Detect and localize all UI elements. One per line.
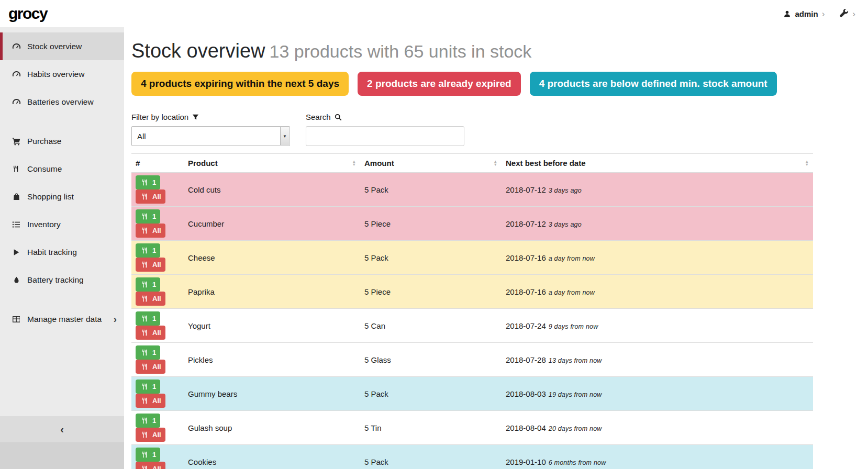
sidebar-item-label: Stock overview [27,42,82,51]
consume-one-button[interactable]: 1 [136,379,160,394]
sidebar-item-battery-tracking[interactable]: Battery tracking [0,266,124,294]
utensils-icon [140,451,150,458]
table-controls: Filter by location All ▼ Search [131,113,813,146]
chevron-right-icon: › [822,9,825,18]
product-name: Yogurt [184,309,360,343]
row-actions: 1All [131,309,184,343]
utensils-icon [140,431,150,438]
due-relative-text: 19 days from now [549,391,602,398]
sidebar-item-stock-overview[interactable]: Stock overview [0,32,124,60]
consume-all-button[interactable]: All [136,189,165,204]
utensils-icon [140,193,150,200]
best-before-date: 2018-08-0319 days from now [502,377,813,411]
date-value: 2018-08-03 [506,389,546,398]
utensils-icon [140,417,150,424]
utensils-icon [140,383,150,390]
date-value: 2018-07-16 [506,287,546,296]
consume-all-button[interactable]: All [136,326,165,340]
button-label: 1 [152,178,156,186]
location-select[interactable]: All ▼ [131,126,290,146]
date-value: 2018-08-04 [506,423,546,432]
sidebar-collapse-button[interactable]: ‹ [0,416,124,442]
consume-one-button[interactable]: 1 [136,414,160,428]
consume-all-button[interactable]: All [136,394,165,408]
product-name: Cucumber [184,207,360,241]
utensils-icon [140,349,150,356]
table-row: 1AllPaprika5 Piece2018-07-16a day from n… [131,275,813,309]
search-block: Search [306,113,464,146]
amount: 5 Pack [360,377,502,411]
play-icon [11,249,21,256]
consume-all-button[interactable]: All [136,428,165,442]
sidebar-item-habits-overview[interactable]: Habits overview [0,60,124,88]
table-header-row: #Product▲▼Amount▲▼Next best before date▲… [131,154,813,173]
settings-menu[interactable]: › [839,9,855,18]
table-row: 1AllCookies5 Pack2019-01-106 months from… [131,445,813,469]
filter-label: Filter by location [131,113,290,121]
row-actions: 1All [131,207,184,241]
sort-icon[interactable]: ▲▼ [494,160,497,166]
button-label: 1 [152,247,156,254]
column-header-next-best-before-date[interactable]: Next best before date▲▼ [502,154,813,173]
sidebar-item-manage-master-data[interactable]: Manage master data› [0,305,124,333]
due-relative-text: a day from now [549,255,595,262]
sidebar-item-batteries-overview[interactable]: Batteries overview [0,88,124,116]
dropdown-arrow-icon: ▼ [280,127,289,145]
page-subtitle: 13 products with 65 units in stock [270,41,532,61]
sidebar-item-shopping-list[interactable]: Shopping list [0,183,124,210]
sidebar-item-habit-tracking[interactable]: Habit tracking [0,238,124,266]
best-before-date: 2018-07-16a day from now [502,275,813,309]
status-badge-danger[interactable]: 2 products are already expired [358,72,521,96]
row-actions: 1All [131,343,184,377]
utensils-icon [140,465,150,469]
consume-all-button[interactable]: All [136,224,165,238]
consume-one-button[interactable]: 1 [136,209,160,224]
best-before-date: 2018-07-123 days ago [502,207,813,241]
column-header-amount[interactable]: Amount▲▼ [360,154,502,173]
amount: 5 Pack [360,173,502,207]
user-menu[interactable]: admin › [783,9,825,18]
date-value: 2018-07-24 [506,321,546,330]
consume-all-button[interactable]: All [136,462,165,469]
button-label: 1 [152,383,156,390]
best-before-date: 2018-07-123 days ago [502,173,813,207]
sidebar: Stock overviewHabits overviewBatteries o… [0,27,124,469]
due-relative-text: 13 days from now [549,357,602,364]
consume-all-button[interactable]: All [136,360,165,374]
sort-icon[interactable]: ▲▼ [352,160,356,166]
sort-icon[interactable]: ▲▼ [805,160,809,166]
consume-one-button[interactable]: 1 [136,277,160,292]
table-row: 1AllPickles5 Glass2018-07-2813 days from… [131,343,813,377]
column-label: Product [188,159,218,168]
consume-all-button[interactable]: All [136,258,165,272]
table-row: 1AllCold cuts5 Pack2018-07-123 days ago [131,173,813,207]
collapse-chevron-icon: ‹ [60,423,64,435]
chevron-right-icon: › [114,314,117,325]
sidebar-item-purchase[interactable]: Purchase [0,127,124,155]
gauge-icon [11,42,21,51]
status-badge-info[interactable]: 4 products are below defined min. stock … [530,72,777,96]
consume-one-button[interactable]: 1 [136,345,160,360]
sidebar-item-inventory[interactable]: Inventory [0,210,124,238]
utensils-icon [140,329,150,336]
product-name: Gulash soup [184,411,360,445]
product-name: Cookies [184,445,360,469]
button-label: All [152,261,161,269]
amount: 5 Can [360,309,502,343]
due-relative-text: 3 days ago [549,221,582,228]
consume-one-button[interactable]: 1 [136,243,160,258]
consume-one-button[interactable]: 1 [136,175,160,189]
consume-one-button[interactable]: 1 [136,311,160,326]
sidebar-item-consume[interactable]: Consume [0,155,124,183]
consume-all-button[interactable]: All [136,292,165,306]
button-label: 1 [152,417,156,425]
app-logo[interactable]: grocy [8,5,47,23]
gauge-icon [11,70,21,79]
chevron-right-icon: › [852,9,855,18]
consume-one-button[interactable]: 1 [136,448,160,462]
sidebar-bottom-strip [0,442,124,469]
search-input[interactable] [306,126,464,146]
status-badge-warning[interactable]: 4 products expiring within the next 5 da… [131,72,349,96]
column-header-product[interactable]: Product▲▼ [184,154,360,173]
search-label: Search [306,113,464,121]
